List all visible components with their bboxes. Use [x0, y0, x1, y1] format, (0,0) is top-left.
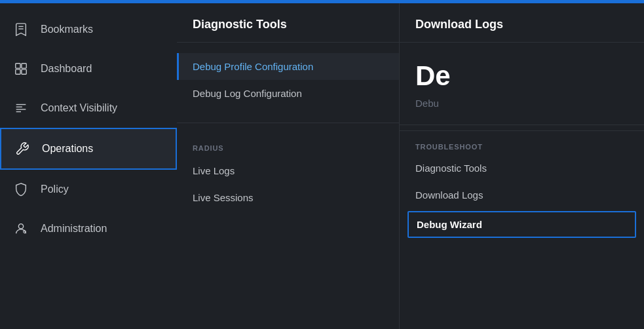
- diagnostic-tools-column: Diagnostic Tools Debug Profile Configura…: [177, 3, 400, 329]
- operations-icon: [14, 141, 30, 157]
- download-subtitle: Debu: [400, 95, 644, 119]
- sidebar-item-label: Operations: [42, 143, 93, 155]
- menu-item-label: Debug Profile Configuration: [193, 61, 313, 72]
- bookmark-icon: [13, 22, 29, 37]
- diagnostic-tools-header: Diagnostic Tools: [177, 3, 399, 43]
- sidebar-item-label: Dashboard: [41, 63, 92, 75]
- sidebar-item-label: Administration: [41, 223, 107, 235]
- policy-icon: [13, 182, 29, 197]
- menu-item-debug-wizard[interactable]: Debug Wizard: [407, 211, 636, 238]
- menu-item-debug-log[interactable]: Debug Log Configuration: [177, 80, 399, 107]
- divider-2: [400, 125, 644, 125]
- svg-rect-4: [16, 69, 20, 74]
- sidebar-item-bookmarks[interactable]: Bookmarks: [0, 10, 177, 49]
- svg-rect-3: [22, 64, 26, 68]
- sidebar: Bookmarks Dashboard Context Visibility: [0, 3, 177, 329]
- download-logs-column: Download Logs De Debu Troubleshoot Diagn…: [400, 3, 644, 329]
- menu-item-label: Live Logs: [193, 165, 235, 176]
- download-title-large: De: [400, 43, 644, 95]
- svg-rect-2: [16, 64, 20, 68]
- sidebar-item-label: Bookmarks: [41, 24, 93, 35]
- menu-item-label: Debug Log Configuration: [193, 88, 302, 99]
- main-content: Diagnostic Tools Debug Profile Configura…: [177, 3, 644, 329]
- radius-section: RADIUS Live Logs Live Sessions: [177, 128, 399, 222]
- context-icon: [13, 100, 29, 116]
- sidebar-item-label: Context Visibility: [41, 102, 117, 114]
- sidebar-item-administration[interactable]: Administration: [0, 209, 177, 248]
- dashboard-icon: [13, 61, 29, 77]
- radius-label: RADIUS: [177, 139, 399, 157]
- menu-item-live-logs[interactable]: Live Logs: [177, 157, 399, 184]
- menu-item-download-logs[interactable]: Download Logs: [400, 182, 644, 208]
- menu-item-live-sessions[interactable]: Live Sessions: [177, 184, 399, 211]
- troubleshoot-section: Troubleshoot Diagnostic Tools Download L…: [400, 130, 644, 241]
- download-logs-header: Download Logs: [400, 3, 644, 43]
- troubleshoot-label: Troubleshoot: [400, 136, 644, 155]
- menu-item-label: Live Sessions: [193, 192, 254, 203]
- menu-item-label: Diagnostic Tools: [415, 163, 487, 174]
- menu-item-label: Download Logs: [415, 189, 483, 201]
- svg-point-11: [24, 231, 26, 233]
- sidebar-item-label: Policy: [41, 184, 69, 195]
- svg-rect-5: [22, 69, 26, 74]
- debug-menu-section: Debug Profile Configuration Debug Log Co…: [177, 43, 399, 117]
- sidebar-item-policy[interactable]: Policy: [0, 170, 177, 209]
- sidebar-item-operations[interactable]: Operations: [0, 128, 177, 170]
- divider: [177, 123, 399, 123]
- admin-icon: [13, 221, 29, 237]
- sidebar-item-context-visibility[interactable]: Context Visibility: [0, 88, 177, 128]
- menu-item-diag-tools[interactable]: Diagnostic Tools: [400, 155, 644, 182]
- sidebar-item-dashboard[interactable]: Dashboard: [0, 49, 177, 88]
- menu-item-label: Debug Wizard: [417, 219, 482, 230]
- svg-point-10: [18, 224, 23, 229]
- menu-item-debug-profile[interactable]: Debug Profile Configuration: [177, 53, 399, 80]
